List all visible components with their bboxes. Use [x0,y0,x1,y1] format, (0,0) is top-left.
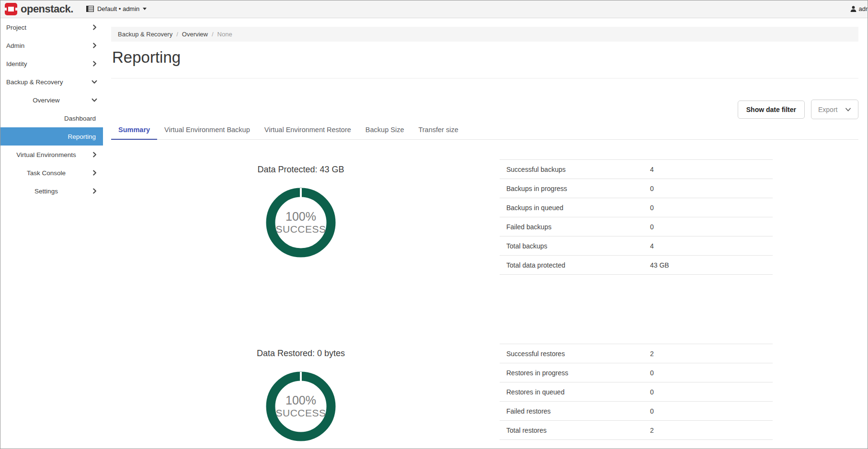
sidebar-item-overview[interactable]: Overview [0,91,103,109]
data-protected-title: Data Protected: 43 GB [248,165,354,175]
sidebar-item-settings[interactable]: Settings [0,182,103,200]
backup-stats-table: Successful backups 4 Backups in progress… [500,159,773,275]
stat-label: Total backups [506,242,548,250]
user-icon [850,6,857,12]
stat-label: Successful restores [506,350,565,358]
openstack-brand[interactable]: openstack. [5,3,73,15]
stat-value: 0 [650,204,654,212]
breadcrumb: Backup & Recovery / Overview / None [111,27,858,42]
user-label: admin [859,5,868,12]
export-button[interactable]: Export [811,100,858,119]
table-row: Successful backups 4 [500,160,773,179]
chevron-down-icon [91,79,97,85]
data-restored-title: Data Restored: 0 bytes [248,348,354,359]
sidebar-item-label: Virtual Environments [16,151,76,158]
stat-value: 2 [650,427,654,434]
table-row: Total restores 2 [500,421,773,440]
stat-label: Total restores [506,427,547,434]
export-button-label: Export [818,106,837,113]
tab-virtual-environment-backup[interactable]: Virtual Environment Backup [157,120,257,139]
main-content: Backup & Recovery / Overview / None Repo… [111,18,858,449]
brand-wordmark: openstack. [21,3,73,15]
stat-value: 43 GB [650,261,669,269]
stat-label: Failed restores [506,407,551,415]
data-restored-donut: 100% SUCCESS [266,371,336,441]
chevron-right-icon [92,170,97,176]
title-divider [111,78,858,79]
toolbar: Show date filter Export [111,100,858,119]
sidebar-item-label: Task Console [27,169,66,177]
sidebar-item-dashboard[interactable]: Dashboard [0,109,103,127]
sidebar-item-label: Overview [33,97,59,104]
stat-label: Restores in queued [506,388,564,396]
stat-value: 0 [650,388,654,396]
stat-value: 0 [650,185,654,192]
sidebar-item-label: Reporting [68,133,96,140]
chevron-down-icon [845,107,851,112]
stat-label: Total data protected [506,261,565,269]
tab-transfer-size[interactable]: Transfer size [411,120,465,139]
sidebar-item-backup-recovery[interactable]: Backup & Recovery [0,73,103,91]
sidebar-item-identity[interactable]: Identity [0,55,103,73]
side-navigation: Project Admin Identity Backup & Recovery… [0,18,103,200]
report-tabs: Summary Virtual Environment Backup Virtu… [111,120,858,140]
chevron-down-icon [91,98,97,103]
stat-value: 0 [650,223,654,231]
stat-label: Successful backups [506,166,566,173]
table-row: Successful restores 2 [500,344,773,363]
stat-label: Backups in queued [506,204,563,212]
user-menu[interactable]: admin [850,0,868,18]
stat-value: 4 [650,166,654,173]
breadcrumb-separator: / [212,31,214,38]
sidebar-item-admin[interactable]: Admin [0,36,103,55]
sidebar-item-virtual-environments[interactable]: Virtual Environments [0,146,103,164]
chevron-down-icon [143,8,147,10]
stat-value: 4 [650,242,654,250]
sidebar-item-reporting[interactable]: Reporting [0,127,103,146]
stat-label: Backups in progress [506,185,567,192]
chevron-right-icon [92,188,97,194]
sidebar-item-label: Project [6,24,26,31]
table-row: Failed backups 0 [500,217,773,236]
stat-label: Failed backups [506,223,551,231]
sidebar-item-label: Identity [6,60,27,67]
sidebar-item-label: Dashboard [64,115,96,122]
table-row: Backups in progress 0 [500,179,773,198]
table-row: Backups in queued 0 [500,198,773,217]
chevron-right-icon [92,61,97,67]
breadcrumb-backup-recovery[interactable]: Backup & Recovery [118,31,172,38]
sidebar-item-label: Settings [34,188,58,195]
chevron-right-icon [92,43,97,48]
table-row: Restores in progress 0 [500,363,773,382]
tab-virtual-environment-restore[interactable]: Virtual Environment Restore [257,120,358,139]
sidebar-item-project[interactable]: Project [0,18,103,36]
context-switcher-icon [86,6,94,12]
show-date-filter-button[interactable]: Show date filter [738,101,805,119]
breadcrumb-overview[interactable]: Overview [182,31,208,38]
stat-value: 0 [650,369,654,377]
summary-panel: Data Protected: 43 GB 100% SUCCESS Succe… [111,140,858,449]
sidebar-item-label: Admin [6,42,24,49]
chevron-right-icon [92,152,97,157]
data-protected-donut: 100% SUCCESS [266,188,336,258]
table-row: Restores in queued 0 [500,382,773,402]
table-row: Total backups 4 [500,236,773,256]
breadcrumb-current: None [217,31,232,38]
sidebar-item-task-console[interactable]: Task Console [0,164,103,182]
data-restored-chart: Data Restored: 0 bytes 100% SUCCESS [248,348,354,441]
domain-project-switcher[interactable]: Default • admin [86,5,147,12]
breadcrumb-separator: / [176,31,178,38]
chevron-right-icon [92,24,97,30]
donut-center-label: 100% SUCCESS [266,188,336,258]
restore-stats-table: Successful restores 2 Restores in progre… [500,344,773,440]
sidebar-item-label: Backup & Recovery [6,79,63,86]
tab-summary[interactable]: Summary [111,120,157,140]
data-protected-chart: Data Protected: 43 GB 100% SUCCESS [248,165,354,258]
tab-backup-size[interactable]: Backup Size [358,120,411,139]
page-title: Reporting [112,48,858,67]
stat-label: Restores in progress [506,369,568,377]
stat-value: 2 [650,350,654,358]
openstack-logo-icon [5,3,17,15]
donut-center-label: 100% SUCCESS [266,371,336,441]
context-switcher-label: Default • admin [97,5,139,12]
